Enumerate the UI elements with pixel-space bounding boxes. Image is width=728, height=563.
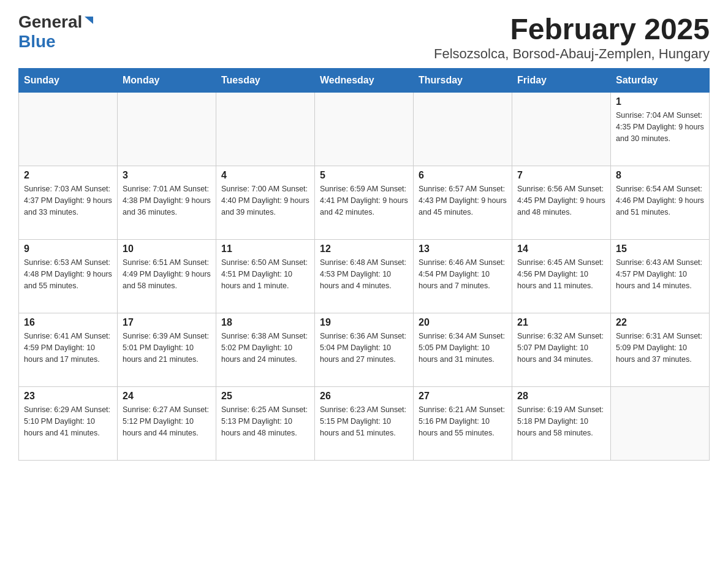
calendar-cell: 3Sunrise: 7:01 AM Sunset: 4:38 PM Daylig… bbox=[118, 166, 216, 240]
day-info: Sunrise: 6:25 AM Sunset: 5:13 PM Dayligh… bbox=[221, 404, 309, 439]
calendar-cell: 17Sunrise: 6:39 AM Sunset: 5:01 PM Dayli… bbox=[118, 313, 216, 387]
calendar-cell: 14Sunrise: 6:45 AM Sunset: 4:56 PM Dayli… bbox=[512, 240, 611, 313]
day-info: Sunrise: 6:32 AM Sunset: 5:07 PM Dayligh… bbox=[517, 331, 605, 365]
calendar-cell bbox=[216, 93, 315, 166]
calendar-week-row: 2Sunrise: 7:03 AM Sunset: 4:37 PM Daylig… bbox=[19, 166, 710, 240]
day-number: 25 bbox=[221, 391, 309, 402]
calendar-cell: 18Sunrise: 6:38 AM Sunset: 5:02 PM Dayli… bbox=[216, 313, 315, 387]
day-header-tuesday: Tuesday bbox=[216, 69, 315, 93]
day-number: 23 bbox=[24, 391, 112, 402]
day-info: Sunrise: 6:23 AM Sunset: 5:15 PM Dayligh… bbox=[320, 404, 408, 439]
day-info: Sunrise: 6:50 AM Sunset: 4:51 PM Dayligh… bbox=[221, 257, 309, 291]
calendar-week-row: 23Sunrise: 6:29 AM Sunset: 5:10 PM Dayli… bbox=[19, 387, 710, 461]
day-number: 5 bbox=[320, 170, 408, 181]
day-info: Sunrise: 6:57 AM Sunset: 4:43 PM Dayligh… bbox=[419, 183, 507, 218]
day-number: 15 bbox=[616, 243, 704, 255]
calendar-cell: 24Sunrise: 6:27 AM Sunset: 5:12 PM Dayli… bbox=[118, 387, 216, 461]
calendar-cell: 7Sunrise: 6:56 AM Sunset: 4:45 PM Daylig… bbox=[512, 166, 611, 240]
day-number: 1 bbox=[616, 96, 704, 107]
day-info: Sunrise: 6:31 AM Sunset: 5:09 PM Dayligh… bbox=[616, 331, 704, 365]
calendar-cell: 13Sunrise: 6:46 AM Sunset: 4:54 PM Dayli… bbox=[414, 240, 512, 313]
day-number: 16 bbox=[24, 317, 112, 328]
calendar-cell: 8Sunrise: 6:54 AM Sunset: 4:46 PM Daylig… bbox=[611, 166, 710, 240]
day-info: Sunrise: 6:39 AM Sunset: 5:01 PM Dayligh… bbox=[123, 331, 211, 365]
calendar-cell: 19Sunrise: 6:36 AM Sunset: 5:04 PM Dayli… bbox=[315, 313, 414, 387]
day-number: 19 bbox=[320, 317, 408, 328]
day-info: Sunrise: 6:34 AM Sunset: 5:05 PM Dayligh… bbox=[419, 331, 507, 365]
location-title: Felsozsolca, Borsod-Abauj-Zemplen, Hunga… bbox=[434, 46, 710, 62]
day-header-saturday: Saturday bbox=[611, 69, 710, 93]
day-number: 13 bbox=[419, 243, 507, 255]
day-info: Sunrise: 6:41 AM Sunset: 4:59 PM Dayligh… bbox=[24, 331, 112, 365]
day-info: Sunrise: 7:00 AM Sunset: 4:40 PM Dayligh… bbox=[221, 183, 309, 218]
calendar-cell: 21Sunrise: 6:32 AM Sunset: 5:07 PM Dayli… bbox=[512, 313, 611, 387]
month-title: February 2025 bbox=[434, 12, 710, 46]
calendar-cell bbox=[315, 93, 414, 166]
calendar-week-row: 9Sunrise: 6:53 AM Sunset: 4:48 PM Daylig… bbox=[19, 240, 710, 313]
day-number: 20 bbox=[419, 317, 507, 328]
day-number: 11 bbox=[221, 243, 309, 255]
day-number: 27 bbox=[419, 391, 507, 402]
calendar-cell: 6Sunrise: 6:57 AM Sunset: 4:43 PM Daylig… bbox=[414, 166, 512, 240]
calendar-cell: 11Sunrise: 6:50 AM Sunset: 4:51 PM Dayli… bbox=[216, 240, 315, 313]
day-info: Sunrise: 6:43 AM Sunset: 4:57 PM Dayligh… bbox=[616, 257, 704, 291]
day-info: Sunrise: 6:54 AM Sunset: 4:46 PM Dayligh… bbox=[616, 183, 704, 218]
day-info: Sunrise: 6:45 AM Sunset: 4:56 PM Dayligh… bbox=[517, 257, 605, 291]
calendar-header-row: SundayMondayTuesdayWednesdayThursdayFrid… bbox=[19, 69, 710, 93]
page-header: General Blue February 2025 Felsozsolca, … bbox=[18, 12, 710, 62]
logo-general-text: General bbox=[18, 12, 82, 32]
day-number: 24 bbox=[123, 391, 211, 402]
day-number: 10 bbox=[123, 243, 211, 255]
calendar-cell bbox=[118, 93, 216, 166]
day-info: Sunrise: 6:21 AM Sunset: 5:16 PM Dayligh… bbox=[419, 404, 507, 439]
logo-blue-text: Blue bbox=[18, 32, 56, 52]
day-info: Sunrise: 6:27 AM Sunset: 5:12 PM Dayligh… bbox=[123, 404, 211, 439]
day-number: 21 bbox=[517, 317, 605, 328]
title-block: February 2025 Felsozsolca, Borsod-Abauj-… bbox=[434, 12, 710, 62]
day-header-wednesday: Wednesday bbox=[315, 69, 414, 93]
day-number: 7 bbox=[517, 170, 605, 181]
calendar-cell: 26Sunrise: 6:23 AM Sunset: 5:15 PM Dayli… bbox=[315, 387, 414, 461]
day-info: Sunrise: 6:48 AM Sunset: 4:53 PM Dayligh… bbox=[320, 257, 408, 291]
day-number: 6 bbox=[419, 170, 507, 181]
day-info: Sunrise: 6:53 AM Sunset: 4:48 PM Dayligh… bbox=[24, 257, 112, 291]
day-number: 22 bbox=[616, 317, 704, 328]
calendar-cell: 1Sunrise: 7:04 AM Sunset: 4:35 PM Daylig… bbox=[611, 93, 710, 166]
day-number: 14 bbox=[517, 243, 605, 255]
day-header-sunday: Sunday bbox=[19, 69, 118, 93]
day-number: 2 bbox=[24, 170, 112, 181]
calendar-cell: 28Sunrise: 6:19 AM Sunset: 5:18 PM Dayli… bbox=[512, 387, 611, 461]
calendar-cell: 4Sunrise: 7:00 AM Sunset: 4:40 PM Daylig… bbox=[216, 166, 315, 240]
calendar-cell: 22Sunrise: 6:31 AM Sunset: 5:09 PM Dayli… bbox=[611, 313, 710, 387]
day-info: Sunrise: 6:29 AM Sunset: 5:10 PM Dayligh… bbox=[24, 404, 112, 439]
logo-triangle-icon bbox=[82, 15, 93, 29]
calendar-cell: 25Sunrise: 6:25 AM Sunset: 5:13 PM Dayli… bbox=[216, 387, 315, 461]
day-info: Sunrise: 7:03 AM Sunset: 4:37 PM Dayligh… bbox=[24, 183, 112, 218]
day-header-thursday: Thursday bbox=[414, 69, 512, 93]
day-info: Sunrise: 6:46 AM Sunset: 4:54 PM Dayligh… bbox=[419, 257, 507, 291]
day-info: Sunrise: 7:04 AM Sunset: 4:35 PM Dayligh… bbox=[616, 110, 704, 144]
day-number: 4 bbox=[221, 170, 309, 181]
calendar-cell: 20Sunrise: 6:34 AM Sunset: 5:05 PM Dayli… bbox=[414, 313, 512, 387]
calendar-cell: 5Sunrise: 6:59 AM Sunset: 4:41 PM Daylig… bbox=[315, 166, 414, 240]
calendar-cell: 10Sunrise: 6:51 AM Sunset: 4:49 PM Dayli… bbox=[118, 240, 216, 313]
day-info: Sunrise: 6:59 AM Sunset: 4:41 PM Dayligh… bbox=[320, 183, 408, 218]
calendar-week-row: 16Sunrise: 6:41 AM Sunset: 4:59 PM Dayli… bbox=[19, 313, 710, 387]
calendar-cell bbox=[512, 93, 611, 166]
calendar-cell bbox=[19, 93, 118, 166]
calendar-cell: 23Sunrise: 6:29 AM Sunset: 5:10 PM Dayli… bbox=[19, 387, 118, 461]
calendar-cell: 12Sunrise: 6:48 AM Sunset: 4:53 PM Dayli… bbox=[315, 240, 414, 313]
day-number: 18 bbox=[221, 317, 309, 328]
calendar-table: SundayMondayTuesdayWednesdayThursdayFrid… bbox=[18, 68, 710, 461]
day-number: 12 bbox=[320, 243, 408, 255]
day-number: 28 bbox=[517, 391, 605, 402]
day-info: Sunrise: 6:38 AM Sunset: 5:02 PM Dayligh… bbox=[221, 331, 309, 365]
day-info: Sunrise: 6:36 AM Sunset: 5:04 PM Dayligh… bbox=[320, 331, 408, 365]
day-number: 3 bbox=[123, 170, 211, 181]
day-header-monday: Monday bbox=[118, 69, 216, 93]
calendar-cell: 2Sunrise: 7:03 AM Sunset: 4:37 PM Daylig… bbox=[19, 166, 118, 240]
day-number: 8 bbox=[616, 170, 704, 181]
day-info: Sunrise: 6:19 AM Sunset: 5:18 PM Dayligh… bbox=[517, 404, 605, 439]
day-number: 9 bbox=[24, 243, 112, 255]
calendar-cell: 27Sunrise: 6:21 AM Sunset: 5:16 PM Dayli… bbox=[414, 387, 512, 461]
